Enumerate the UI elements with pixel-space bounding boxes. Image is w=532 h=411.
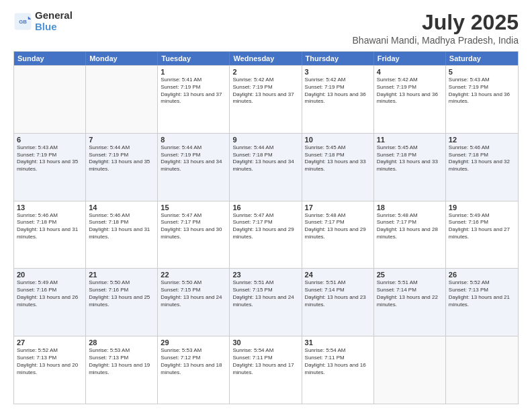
day-number: 5 bbox=[449, 68, 515, 76]
day-number: 11 bbox=[377, 136, 443, 144]
calendar-cell: 23Sunrise: 5:51 AM Sunset: 7:15 PM Dayli… bbox=[230, 269, 302, 336]
header-day-tuesday: Tuesday bbox=[158, 52, 230, 65]
day-info: Sunrise: 5:45 AM Sunset: 7:18 PM Dayligh… bbox=[377, 144, 443, 173]
day-info: Sunrise: 5:50 AM Sunset: 7:15 PM Dayligh… bbox=[161, 279, 226, 308]
day-number: 14 bbox=[89, 203, 154, 212]
day-number: 15 bbox=[161, 203, 226, 212]
day-info: Sunrise: 5:51 AM Sunset: 7:14 PM Dayligh… bbox=[377, 279, 443, 308]
logo: GB General Blue bbox=[13, 10, 73, 32]
day-number: 22 bbox=[161, 271, 226, 279]
day-number: 20 bbox=[17, 271, 83, 279]
header-day-thursday: Thursday bbox=[302, 52, 374, 65]
header-day-saturday: Saturday bbox=[446, 52, 518, 65]
day-number: 25 bbox=[377, 271, 443, 279]
calendar-header: SundayMondayTuesdayWednesdayThursdayFrid… bbox=[14, 52, 518, 65]
day-number: 16 bbox=[232, 203, 298, 212]
day-info: Sunrise: 5:43 AM Sunset: 7:19 PM Dayligh… bbox=[17, 144, 83, 173]
day-info: Sunrise: 5:43 AM Sunset: 7:19 PM Dayligh… bbox=[449, 77, 515, 105]
day-number: 2 bbox=[232, 68, 298, 76]
calendar-cell: 3Sunrise: 5:42 AM Sunset: 7:19 PM Daylig… bbox=[302, 66, 374, 133]
day-number: 21 bbox=[89, 271, 154, 279]
day-number: 31 bbox=[305, 338, 371, 347]
day-info: Sunrise: 5:41 AM Sunset: 7:19 PM Dayligh… bbox=[161, 77, 226, 105]
day-info: Sunrise: 5:49 AM Sunset: 7:16 PM Dayligh… bbox=[17, 279, 83, 308]
calendar-cell: 31Sunrise: 5:54 AM Sunset: 7:11 PM Dayli… bbox=[302, 336, 374, 404]
day-number: 27 bbox=[17, 338, 83, 347]
header-day-monday: Monday bbox=[86, 52, 158, 65]
day-info: Sunrise: 5:54 AM Sunset: 7:11 PM Dayligh… bbox=[232, 347, 298, 376]
calendar-cell: 29Sunrise: 5:53 AM Sunset: 7:12 PM Dayli… bbox=[158, 336, 230, 404]
day-number: 12 bbox=[449, 136, 515, 144]
day-number: 18 bbox=[377, 203, 443, 212]
day-info: Sunrise: 5:52 AM Sunset: 7:13 PM Dayligh… bbox=[449, 279, 515, 308]
calendar-cell: 7Sunrise: 5:44 AM Sunset: 7:19 PM Daylig… bbox=[86, 134, 158, 201]
calendar-row-1: 6Sunrise: 5:43 AM Sunset: 7:19 PM Daylig… bbox=[14, 133, 518, 201]
day-info: Sunrise: 5:42 AM Sunset: 7:19 PM Dayligh… bbox=[377, 77, 443, 105]
calendar-cell: 27Sunrise: 5:52 AM Sunset: 7:13 PM Dayli… bbox=[14, 336, 86, 404]
header-day-wednesday: Wednesday bbox=[230, 52, 302, 65]
calendar-cell: 16Sunrise: 5:47 AM Sunset: 7:17 PM Dayli… bbox=[230, 201, 302, 269]
calendar-row-0: 1Sunrise: 5:41 AM Sunset: 7:19 PM Daylig… bbox=[14, 65, 518, 133]
calendar-cell bbox=[86, 66, 158, 133]
day-info: Sunrise: 5:46 AM Sunset: 7:18 PM Dayligh… bbox=[449, 144, 515, 173]
calendar-cell: 24Sunrise: 5:51 AM Sunset: 7:14 PM Dayli… bbox=[302, 269, 374, 336]
day-number: 4 bbox=[377, 68, 443, 76]
day-number: 26 bbox=[449, 271, 515, 279]
day-number: 9 bbox=[232, 136, 298, 144]
day-info: Sunrise: 5:42 AM Sunset: 7:19 PM Dayligh… bbox=[232, 77, 298, 105]
day-number: 1 bbox=[161, 68, 226, 76]
main-title: July 2025 bbox=[353, 10, 519, 35]
calendar-row-3: 20Sunrise: 5:49 AM Sunset: 7:16 PM Dayli… bbox=[14, 268, 518, 336]
day-info: Sunrise: 5:44 AM Sunset: 7:18 PM Dayligh… bbox=[232, 144, 298, 173]
day-info: Sunrise: 5:42 AM Sunset: 7:19 PM Dayligh… bbox=[305, 77, 371, 105]
day-number: 30 bbox=[232, 338, 298, 347]
day-info: Sunrise: 5:46 AM Sunset: 7:18 PM Dayligh… bbox=[17, 212, 83, 241]
calendar-cell: 17Sunrise: 5:48 AM Sunset: 7:17 PM Dayli… bbox=[302, 201, 374, 269]
calendar-cell: 5Sunrise: 5:43 AM Sunset: 7:19 PM Daylig… bbox=[446, 66, 518, 133]
calendar-cell bbox=[446, 336, 518, 404]
calendar-cell: 22Sunrise: 5:50 AM Sunset: 7:15 PM Dayli… bbox=[158, 269, 230, 336]
day-info: Sunrise: 5:49 AM Sunset: 7:16 PM Dayligh… bbox=[449, 212, 515, 241]
calendar: SundayMondayTuesdayWednesdayThursdayFrid… bbox=[13, 51, 519, 404]
day-info: Sunrise: 5:47 AM Sunset: 7:17 PM Dayligh… bbox=[161, 212, 226, 241]
day-number: 24 bbox=[305, 271, 371, 279]
day-info: Sunrise: 5:51 AM Sunset: 7:15 PM Dayligh… bbox=[232, 279, 298, 308]
day-number: 28 bbox=[89, 338, 154, 347]
day-info: Sunrise: 5:44 AM Sunset: 7:19 PM Dayligh… bbox=[89, 144, 154, 173]
calendar-cell: 15Sunrise: 5:47 AM Sunset: 7:17 PM Dayli… bbox=[158, 201, 230, 269]
header-day-friday: Friday bbox=[374, 52, 446, 65]
day-info: Sunrise: 5:53 AM Sunset: 7:13 PM Dayligh… bbox=[89, 347, 154, 376]
day-number: 17 bbox=[305, 203, 371, 212]
day-number: 10 bbox=[305, 136, 371, 144]
calendar-cell: 21Sunrise: 5:50 AM Sunset: 7:16 PM Dayli… bbox=[86, 269, 158, 336]
day-number: 13 bbox=[17, 203, 83, 212]
calendar-row-2: 13Sunrise: 5:46 AM Sunset: 7:18 PM Dayli… bbox=[14, 201, 518, 269]
day-number: 8 bbox=[161, 136, 226, 144]
day-info: Sunrise: 5:47 AM Sunset: 7:17 PM Dayligh… bbox=[232, 212, 298, 241]
calendar-cell: 26Sunrise: 5:52 AM Sunset: 7:13 PM Dayli… bbox=[446, 269, 518, 336]
calendar-cell: 28Sunrise: 5:53 AM Sunset: 7:13 PM Dayli… bbox=[86, 336, 158, 404]
day-info: Sunrise: 5:48 AM Sunset: 7:17 PM Dayligh… bbox=[377, 212, 443, 241]
day-info: Sunrise: 5:53 AM Sunset: 7:12 PM Dayligh… bbox=[161, 347, 226, 376]
subtitle: Bhawani Mandi, Madhya Pradesh, India bbox=[353, 35, 519, 46]
calendar-cell: 19Sunrise: 5:49 AM Sunset: 7:16 PM Dayli… bbox=[446, 201, 518, 269]
day-info: Sunrise: 5:52 AM Sunset: 7:13 PM Dayligh… bbox=[17, 347, 83, 376]
day-info: Sunrise: 5:44 AM Sunset: 7:19 PM Dayligh… bbox=[161, 144, 226, 173]
logo-line1: General bbox=[35, 10, 73, 21]
calendar-cell: 13Sunrise: 5:46 AM Sunset: 7:18 PM Dayli… bbox=[14, 201, 86, 269]
day-number: 6 bbox=[17, 136, 83, 144]
header: GB General Blue July 2025 Bhawani Mandi,… bbox=[13, 10, 519, 46]
calendar-row-4: 27Sunrise: 5:52 AM Sunset: 7:13 PM Dayli… bbox=[14, 336, 518, 404]
calendar-cell: 6Sunrise: 5:43 AM Sunset: 7:19 PM Daylig… bbox=[14, 134, 86, 201]
day-number: 19 bbox=[449, 203, 515, 212]
day-number: 3 bbox=[305, 68, 371, 76]
calendar-cell: 30Sunrise: 5:54 AM Sunset: 7:11 PM Dayli… bbox=[230, 336, 302, 404]
calendar-cell bbox=[374, 336, 446, 404]
calendar-cell: 18Sunrise: 5:48 AM Sunset: 7:17 PM Dayli… bbox=[374, 201, 446, 269]
calendar-cell: 14Sunrise: 5:46 AM Sunset: 7:18 PM Dayli… bbox=[86, 201, 158, 269]
calendar-cell: 11Sunrise: 5:45 AM Sunset: 7:18 PM Dayli… bbox=[374, 134, 446, 201]
calendar-cell: 9Sunrise: 5:44 AM Sunset: 7:18 PM Daylig… bbox=[230, 134, 302, 201]
calendar-cell: 2Sunrise: 5:42 AM Sunset: 7:19 PM Daylig… bbox=[230, 66, 302, 133]
day-info: Sunrise: 5:50 AM Sunset: 7:16 PM Dayligh… bbox=[89, 279, 154, 308]
day-info: Sunrise: 5:48 AM Sunset: 7:17 PM Dayligh… bbox=[305, 212, 371, 241]
